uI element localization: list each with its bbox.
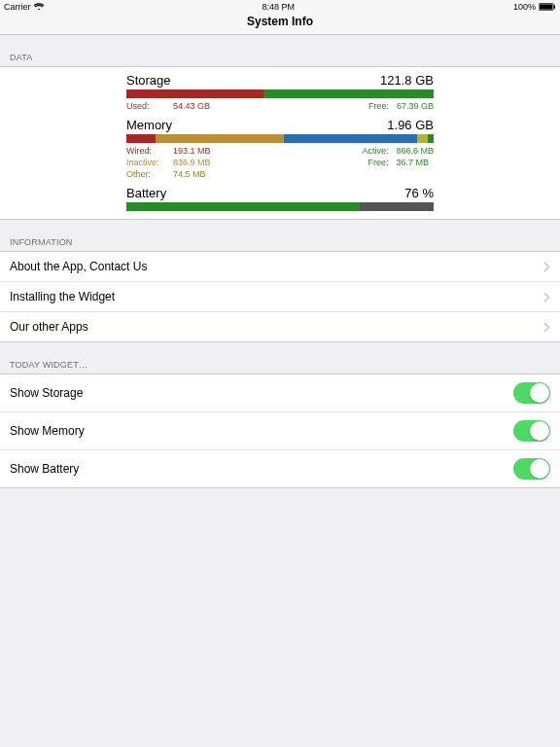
memory-bar bbox=[126, 134, 434, 143]
data-card: Storage 121.8 GB Used:54.43 GB Free:67.3… bbox=[0, 66, 560, 220]
install-widget-item[interactable]: Installing the Widget bbox=[0, 282, 560, 312]
memory-inactive-value: 836.9 MB bbox=[173, 157, 211, 168]
show-storage-label: Show Storage bbox=[10, 386, 83, 400]
chevron-right-icon bbox=[543, 292, 550, 302]
carrier-label: Carrier bbox=[4, 2, 31, 12]
battery-bar bbox=[126, 202, 434, 211]
memory-bar-free bbox=[428, 134, 434, 143]
storage-free-value: 67.39 GB bbox=[397, 100, 434, 112]
install-widget-label: Installing the Widget bbox=[10, 290, 115, 303]
memory-title: Memory bbox=[126, 118, 172, 132]
battery-bar-empty bbox=[360, 202, 434, 211]
about-item[interactable]: About the App, Contact Us bbox=[0, 252, 560, 282]
memory-total: 1.96 GB bbox=[387, 118, 434, 132]
show-memory-item: Show Memory bbox=[0, 412, 560, 450]
storage-bar-used bbox=[126, 89, 263, 98]
wifi-icon bbox=[34, 3, 44, 11]
battery-value: 76 % bbox=[404, 186, 434, 200]
memory-wired-label: Wired: bbox=[126, 145, 165, 157]
storage-used-value: 54.43 GB bbox=[173, 100, 210, 112]
battery-percent: 100% bbox=[513, 2, 536, 12]
storage-total: 121.8 GB bbox=[380, 73, 434, 88]
storage-used-label: Used: bbox=[126, 100, 165, 112]
chevron-right-icon bbox=[543, 322, 550, 333]
memory-active-label: Active: bbox=[349, 145, 388, 157]
section-header-widget: TODAY WIDGET… bbox=[0, 342, 560, 374]
storage-bar-free bbox=[263, 89, 434, 98]
battery-icon bbox=[539, 3, 556, 11]
battery-title: Battery bbox=[126, 186, 166, 200]
nav-bar: System Info bbox=[0, 14, 560, 35]
memory-other-label: Other: bbox=[126, 168, 165, 180]
storage-title: Storage bbox=[126, 73, 171, 88]
clock: 8:48 PM bbox=[262, 2, 295, 12]
show-battery-item: Show Battery bbox=[0, 450, 560, 487]
memory-bar-inactive bbox=[156, 134, 284, 143]
show-storage-toggle[interactable] bbox=[513, 382, 550, 404]
show-storage-item: Show Storage bbox=[0, 374, 560, 412]
storage-bar bbox=[126, 89, 434, 98]
memory-row: Memory 1.96 GB Wired:193.1 MB Inactive:8… bbox=[0, 116, 560, 184]
widget-list: Show Storage Show Memory Show Battery bbox=[0, 374, 560, 488]
memory-bar-other bbox=[417, 134, 429, 143]
section-header-data: DATA bbox=[0, 35, 560, 66]
memory-bar-wired bbox=[126, 134, 156, 143]
memory-other-value: 74.5 MB bbox=[173, 168, 206, 180]
svg-rect-1 bbox=[540, 4, 552, 9]
other-apps-label: Our other Apps bbox=[10, 320, 88, 334]
svg-rect-2 bbox=[554, 5, 555, 9]
other-apps-item[interactable]: Our other Apps bbox=[0, 312, 560, 341]
about-label: About the App, Contact Us bbox=[10, 260, 147, 273]
page-title: System Info bbox=[247, 15, 313, 28]
section-header-information: INFORMATION bbox=[0, 220, 560, 251]
memory-inactive-label: Inactive: bbox=[126, 157, 165, 168]
memory-bar-active bbox=[284, 134, 416, 143]
storage-free-label: Free: bbox=[350, 100, 389, 112]
memory-active-value: 866.6 MB bbox=[396, 145, 434, 157]
memory-free-value: 36.7 MB bbox=[396, 157, 429, 168]
storage-row: Storage 121.8 GB Used:54.43 GB Free:67.3… bbox=[0, 71, 560, 116]
show-battery-toggle[interactable] bbox=[513, 458, 550, 480]
battery-row: Battery 76 % bbox=[0, 184, 560, 215]
show-battery-label: Show Battery bbox=[10, 462, 79, 476]
memory-wired-value: 193.1 MB bbox=[173, 145, 211, 157]
memory-free-label: Free: bbox=[349, 157, 388, 168]
show-memory-label: Show Memory bbox=[10, 424, 85, 438]
information-list: About the App, Contact Us Installing the… bbox=[0, 251, 560, 342]
battery-bar-fill bbox=[126, 202, 360, 211]
chevron-right-icon bbox=[543, 262, 550, 272]
show-memory-toggle[interactable] bbox=[513, 420, 550, 442]
status-bar: Carrier 8:48 PM 100% bbox=[0, 0, 560, 14]
